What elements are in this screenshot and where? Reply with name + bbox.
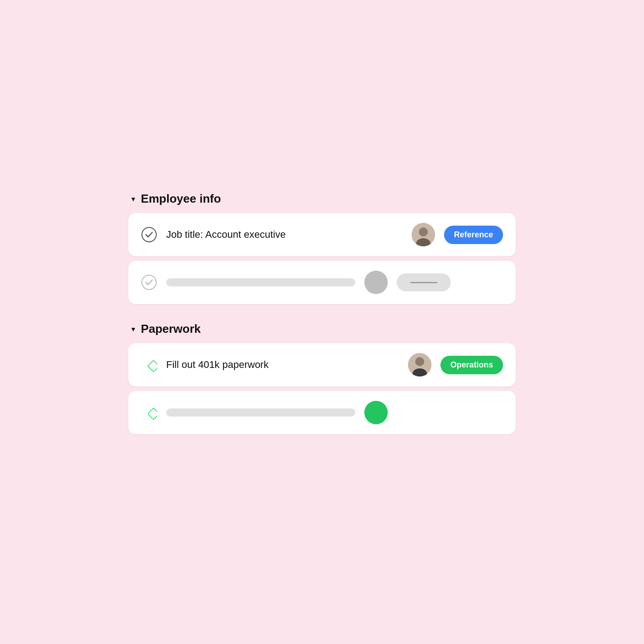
svg-rect-5	[148, 360, 157, 372]
svg-point-2	[419, 227, 428, 236]
paperwork-title: Paperwork	[141, 322, 201, 336]
401k-label: Fill out 401k paperwork	[166, 359, 399, 371]
reference-badge[interactable]: Reference	[444, 226, 503, 244]
employee-info-placeholder-card	[128, 261, 516, 304]
401k-card: Fill out 401k paperwork Operations	[128, 343, 516, 386]
svg-rect-9	[148, 408, 157, 419]
green-dot-avatar	[364, 401, 388, 424]
placeholder-text-bar-2	[166, 408, 355, 417]
employee-info-title: Employee info	[141, 192, 221, 206]
check-icon	[141, 227, 157, 243]
avatar-male	[412, 223, 435, 246]
employee-info-header: ▼ Employee info	[128, 192, 516, 206]
badge-placeholder-line-1	[410, 282, 437, 283]
placeholder-text-bar-1	[166, 278, 355, 286]
employee-info-chevron-icon[interactable]: ▼	[130, 195, 136, 203]
check-icon-placeholder	[141, 274, 157, 290]
avatar-placeholder-1	[364, 271, 388, 294]
paperwork-section: ▼ Paperwork Fill out 401k paperwork Oper…	[128, 322, 516, 434]
paperwork-chevron-icon[interactable]: ▼	[130, 326, 136, 333]
svg-point-4	[142, 275, 156, 290]
paperwork-placeholder-card	[128, 391, 516, 434]
badge-placeholder-1	[397, 273, 451, 291]
paperwork-header: ▼ Paperwork	[128, 322, 516, 336]
job-title-card: Job title: Account executive Reference	[128, 213, 516, 256]
main-container: ▼ Employee info Job title: Account execu…	[128, 174, 516, 470]
diamond-icon	[141, 357, 157, 373]
job-title-label: Job title: Account executive	[166, 229, 403, 240]
avatar-female	[408, 353, 431, 376]
svg-point-7	[415, 357, 424, 366]
diamond-icon-placeholder	[141, 404, 157, 421]
employee-info-section: ▼ Employee info Job title: Account execu…	[128, 192, 516, 304]
operations-badge[interactable]: Operations	[440, 356, 503, 374]
svg-point-0	[142, 227, 156, 242]
